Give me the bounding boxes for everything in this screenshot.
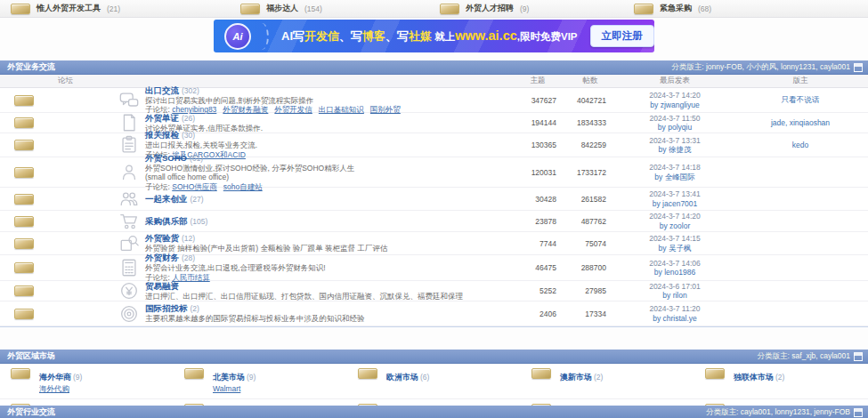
moderator-cell: kedo <box>733 141 868 149</box>
last-poster-link[interactable]: zoolor <box>669 221 690 230</box>
region-forum-link[interactable]: 海外华商 <box>39 373 71 382</box>
toptab-label: 惟人外贸开发工具 <box>37 3 101 14</box>
topics-count: 5252 <box>512 286 564 295</box>
target-icon <box>118 303 140 325</box>
last-post: 2024-3-7 13:41by jacen7001 <box>617 189 733 208</box>
last-poster-link[interactable]: rilon <box>673 291 687 300</box>
section-title[interactable]: 外贸区域市场 <box>7 350 55 362</box>
people-icon <box>118 189 140 210</box>
last-poster-link[interactable]: jacen7001 <box>662 199 697 208</box>
calculator-icon <box>118 257 140 278</box>
forum-description: 进口押汇、出口押汇、出口信用证贴现、打包贷款、国内信用证融资、沉默保兑、福费廷和… <box>145 292 512 301</box>
toptab-label: 福步达人 <box>266 3 298 14</box>
moderator-links[interactable]: saf_xjb, cayla001 <box>791 351 850 360</box>
last-post: 2024-3-6 17:01by rilon <box>617 282 733 301</box>
region-forum-link[interactable]: 澳新市场 <box>560 373 592 382</box>
last-poster-link[interactable]: christal.ye <box>663 314 697 323</box>
last-poster-link[interactable]: 全峰国际 <box>665 173 695 181</box>
collapse-icon[interactable] <box>854 352 863 361</box>
posts-count: 261582 <box>564 195 617 204</box>
chat-icon <box>118 90 140 111</box>
posts-count: 288700 <box>564 263 617 272</box>
forum-link[interactable]: 贸易融资 <box>145 281 179 291</box>
forum-link[interactable]: 国际招投标 <box>145 303 188 313</box>
toptab-urgent-purchase[interactable]: 紧急采购 (68) <box>634 3 711 14</box>
collapse-icon[interactable] <box>854 408 863 417</box>
subforum-link[interactable]: Walmart <box>213 384 240 393</box>
topics-count: 7744 <box>512 239 564 248</box>
region-forum-link[interactable]: 欧洲市场 <box>386 373 418 382</box>
forum-count: (26) <box>182 114 195 123</box>
table-row: 一起来创业(27) 30428 261582 2024-3-7 13:41by … <box>0 188 868 211</box>
forum-link[interactable]: 报关报检 <box>145 130 179 140</box>
forum-link[interactable]: 外贸验货 <box>145 233 179 243</box>
col-moderator: 版主 <box>733 76 868 86</box>
forum-link[interactable]: 一起来创业 <box>145 194 188 204</box>
forum-status-icon <box>184 368 204 379</box>
subforum-link[interactable]: 海外代购 <box>39 384 69 393</box>
region-forum-link[interactable]: 北美市场 <box>213 373 245 382</box>
table-row: 国际招投标(2) 主要积累越来越多的国际贸易招标与投标业务中涉及的知识和经验 2… <box>0 301 868 326</box>
toptab-label: 外贸人才招聘 <box>466 3 514 14</box>
toptab-count: (154) <box>304 4 322 13</box>
forum-status-icon <box>14 167 34 178</box>
dashed-ring-decoration <box>255 23 269 50</box>
section-header: 外贸行业交流 分类版主: cayla001, lonny1231, jenny-… <box>0 406 868 418</box>
section-moderators: 分类版主: cayla001, lonny1231, jenny-FOB <box>706 407 850 418</box>
topics-count: 23878 <box>512 217 564 226</box>
last-post: 2024-3-7 14:20by zjwangliyue <box>617 91 733 109</box>
region-cell: 欧洲市场(6) <box>347 364 521 399</box>
section-header: 外贸业务交流 分类版主: jonny-FOB, 小小的风, lonny1231,… <box>0 60 868 75</box>
section-business-exchange: 外贸业务交流 分类版主: jonny-FOB, 小小的风, lonny1231,… <box>0 60 868 327</box>
forum-link[interactable]: 外贸财务 <box>145 253 179 262</box>
last-poster-link[interactable]: 吴子枫 <box>669 244 692 253</box>
forum-link[interactable]: 出口交流 <box>145 85 179 95</box>
section-moderators: 分类版主: saf_xjb, cayla001 <box>758 351 850 362</box>
moderator-link[interactable]: 只看不说话 <box>782 95 820 104</box>
moderator-link[interactable]: jade, xinqiaoshan <box>771 118 830 127</box>
last-poster-link[interactable]: zjwangliyue <box>661 100 700 109</box>
moderator-links[interactable]: jonny-FOB, 小小的风, lonny1231, cayla001 <box>706 62 850 71</box>
last-poster-link[interactable]: leno1986 <box>664 268 695 277</box>
last-poster-link[interactable]: 徐捷茂 <box>669 145 692 154</box>
toptab-dev-tools[interactable]: 惟人外贸开发工具 (21) <box>11 3 120 14</box>
forum-count: (30) <box>182 131 195 140</box>
forum-description: 外贸会计业务交流,出口退税,合理避税等外贸财务知识! <box>145 263 512 273</box>
toptab-count: (9) <box>520 4 529 13</box>
moderator-links[interactable]: cayla001, lonny1231, jenny-FOB <box>741 407 850 416</box>
section-title[interactable]: 外贸行业交流 <box>7 406 55 418</box>
moderator-link[interactable]: kedo <box>792 141 808 149</box>
forum-status-icon <box>14 194 34 205</box>
toptab-count: (68) <box>698 4 711 13</box>
toptab-fob-talent[interactable]: 福步达人 (154) <box>240 3 322 14</box>
col-last-post: 最后发表 <box>617 76 733 86</box>
forum-page: 惟人外贸开发工具 (21) 福步达人 (154) 外贸人才招聘 (9) 紧急采购… <box>0 0 868 418</box>
cart-icon <box>118 211 140 232</box>
forum-description-en: (small office home office) <box>145 173 512 182</box>
last-poster-link[interactable]: polyqiu <box>668 123 692 132</box>
section-moderators: 分类版主: jonny-FOB, 小小的风, lonny1231, cayla0… <box>671 62 850 73</box>
topics-count: 30428 <box>512 195 564 204</box>
region-forum-link[interactable]: 独联体市场 <box>734 373 774 382</box>
topics-count: 347627 <box>512 96 564 105</box>
forum-description: 外贸SOHO激情创业,探讨SOHO经验, 分享外贸SOHO精彩人生 <box>145 164 512 173</box>
section-title[interactable]: 外贸业务交流 <box>7 61 55 73</box>
forum-status-icon <box>531 368 551 379</box>
last-post: 2024-3-7 14:06by leno1986 <box>617 259 733 277</box>
forum-description: 进出口报关,报检,关税等业务交流. <box>145 141 512 150</box>
posts-count: 842259 <box>564 141 617 149</box>
forum-count: (2) <box>191 304 199 313</box>
forum-link[interactable]: 外贸SOHO <box>145 153 187 163</box>
ad-banner[interactable]: Ai AI写开发信、写博客、写社媒 就上www.ai.cc,限时免费VIP 立即… <box>214 20 654 52</box>
last-post: 2024-3-7 11:20by christal.ye <box>617 304 733 323</box>
forum-description: 探讨出口贸易实践中的问题,剖析外贸流程实际操作 <box>145 96 512 106</box>
toptab-jobs[interactable]: 外贸人才招聘 (9) <box>440 3 529 14</box>
topics-count: 46475 <box>512 263 564 272</box>
region-cell: 海外华商(9)海外代购 <box>0 364 174 399</box>
register-now-button[interactable]: 立即注册 <box>590 25 654 47</box>
collapse-icon[interactable] <box>854 63 863 72</box>
forum-link[interactable]: 采购俱乐部 <box>145 216 188 226</box>
topics-count: 120031 <box>512 168 564 177</box>
last-post: 2024-3-7 13:31by 徐捷茂 <box>617 136 733 155</box>
forum-link[interactable]: 外贸单证 <box>145 113 179 123</box>
